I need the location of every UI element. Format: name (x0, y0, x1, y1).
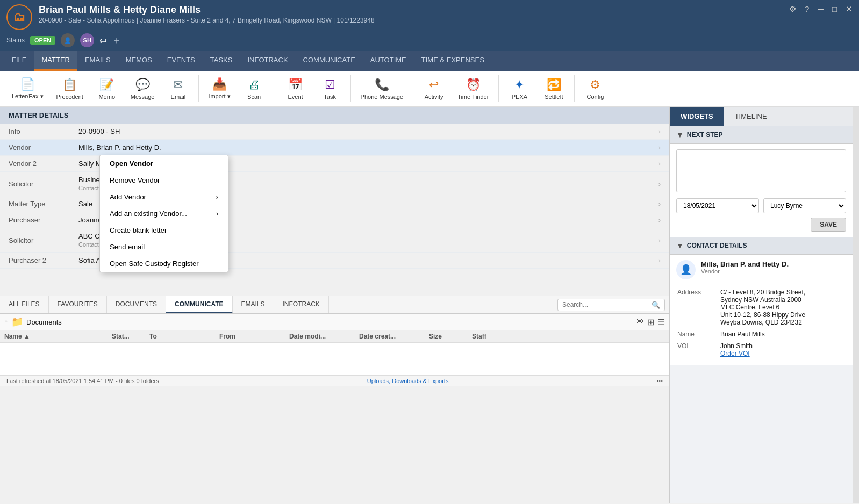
contact-info: Mills, Brian P. and Hetty D. Vendor (701, 260, 789, 275)
toolbar-letter-fax[interactable]: 📄 Letter/Fax ▾ (6, 74, 49, 103)
toolbar-settleit[interactable]: 🔁 SettleIt (538, 75, 570, 103)
upload-link[interactable]: Uploads, Downloads & Exports (367, 378, 449, 384)
row-label-vendor: Vendor (9, 143, 78, 152)
col-header-name[interactable]: Name ▲ (4, 333, 112, 340)
next-step-textarea[interactable] (676, 149, 846, 192)
menu-file[interactable]: FILE (4, 51, 34, 71)
files-rows-empty (0, 343, 669, 375)
voi-value: John Smith Order VOI (716, 341, 845, 359)
minimize-icon[interactable]: ─ (818, 4, 824, 14)
context-menu-add-vendor[interactable]: Add Vendor › (100, 189, 228, 205)
matter-details-header: MATTER DETAILS (0, 107, 669, 124)
matter-title: Brian Paul Mills & Hetty Diane Mills (39, 4, 375, 16)
menu-emails[interactable]: EMAILS (77, 51, 118, 71)
context-menu-add-existing-vendor[interactable]: Add an existing Vendor... › (100, 205, 228, 222)
next-step-assignee-select[interactable]: Lucy Byrne (763, 198, 846, 213)
toolbar-sep5 (498, 75, 499, 102)
toolbar-email[interactable]: ✉ Email (162, 75, 194, 103)
menu-time-expenses[interactable]: TIME & EXPENSES (414, 51, 492, 71)
menu-communicate[interactable]: COMMUNICATE (296, 51, 363, 71)
toolbar-scan[interactable]: 🖨 Scan (238, 75, 270, 103)
menu-infotrack[interactable]: INFOTRACK (240, 51, 295, 71)
next-step-date-select[interactable]: 18/05/2021 (676, 198, 759, 213)
address-value: C/ - Level 8, 20 Bridge Street, Sydney N… (716, 287, 845, 328)
next-step-save-button[interactable]: SAVE (811, 218, 846, 232)
import-icon: 📥 (212, 77, 227, 91)
files-tab-emails[interactable]: EMAILS (233, 296, 274, 313)
eye-view-button[interactable]: 👁 (635, 317, 644, 327)
toolbar-phone-message[interactable]: 📞 Phone Message (355, 75, 409, 103)
toolbar-task[interactable]: ☑ Task (314, 75, 346, 103)
chevron-info: › (658, 127, 661, 135)
menu-autotime[interactable]: AUTOTIME (363, 51, 414, 71)
toolbar-time-finder[interactable]: ⏰ Time Finder (452, 75, 494, 103)
right-scrollbar[interactable] (853, 107, 859, 503)
files-tab-infotrack[interactable]: INFOTRACK (274, 296, 329, 313)
col-header-from[interactable]: From (219, 333, 289, 340)
files-tab-documents[interactable]: DOCUMENTS (107, 296, 166, 313)
col-header-staff[interactable]: Staff (472, 333, 665, 340)
avatar-sh[interactable]: SH (80, 33, 94, 47)
app-logo: 🗂 (6, 4, 32, 30)
files-tab-communicate[interactable]: COMMUNICATE (166, 296, 232, 313)
toolbar-import[interactable]: 📥 Import ▾ (203, 74, 235, 103)
context-menu-create-blank-letter[interactable]: Create blank letter (100, 222, 228, 239)
task-icon: ☑ (325, 78, 335, 92)
main-layout: MATTER DETAILS Info 20-0900 - SH › Vendo… (0, 107, 859, 503)
context-menu-remove-vendor[interactable]: Remove Vendor (100, 172, 228, 189)
toolbar-pexa[interactable]: ✦ PEXA (503, 75, 535, 103)
matter-row-info[interactable]: Info 20-0900 - SH › (0, 124, 669, 140)
more-icon[interactable]: ••• (656, 378, 663, 384)
toolbar: 📄 Letter/Fax ▾ 📋 Precedent 📝 Memo 💬 Mess… (0, 71, 859, 107)
matter-row-vendor[interactable]: Vendor Mills, Brian P. and Hetty D. › (0, 140, 669, 156)
toolbar-event[interactable]: 📅 Event (280, 75, 312, 103)
right-panel-tabs: WIDGETS TIMELINE (670, 107, 853, 126)
list-view-button[interactable]: ☰ (657, 317, 665, 327)
matter-subtitle: 20-0900 - Sale - Sofia Appolinous | Joan… (39, 17, 375, 24)
col-header-to[interactable]: To (149, 333, 219, 340)
next-step-header: ▼ NEXT STEP (670, 126, 853, 144)
status-badge[interactable]: OPEN (30, 36, 55, 45)
menu-events[interactable]: EVENTS (160, 51, 203, 71)
row-label-purchaser: Purchaser (9, 216, 78, 224)
title-bar: ⚙ ? ─ □ ✕ 🗂 Brian Paul Mills & Hetty Dia… (0, 0, 859, 51)
context-menu-open-safe-custody[interactable]: Open Safe Custody Register (100, 255, 228, 272)
collapse-contact-details-icon[interactable]: ▼ (676, 241, 684, 250)
toolbar-message[interactable]: 💬 Message (125, 75, 160, 103)
submenu-arrow-add: › (216, 193, 218, 201)
col-header-date-create[interactable]: Date creat... (359, 333, 429, 340)
avatar-user1[interactable]: 👤 (61, 33, 75, 47)
contact-details-header: ▼ CONTACT DETAILS (670, 237, 853, 255)
toolbar-activity[interactable]: ↩ Activity (418, 75, 450, 103)
toolbar-precedent[interactable]: 📋 Precedent (51, 75, 89, 103)
col-header-date-mod[interactable]: Date modi... (289, 333, 359, 340)
contact-row-address: Address C/ - Level 8, 20 Bridge Street, … (677, 287, 845, 328)
grid-view-button[interactable]: ⊞ (647, 317, 654, 327)
menu-memos[interactable]: MEMOS (118, 51, 160, 71)
context-menu-open-vendor[interactable]: Open Vendor (100, 155, 228, 172)
right-tab-timeline[interactable]: TIMELINE (724, 107, 778, 126)
search-input[interactable] (562, 301, 652, 308)
close-icon[interactable]: ✕ (846, 4, 853, 14)
navigate-up-button[interactable]: ↑ (4, 318, 8, 326)
col-header-size[interactable]: Size (429, 333, 472, 340)
toolbar-config[interactable]: ⚙ Config (579, 75, 611, 103)
files-tab-all[interactable]: ALL FILES (0, 296, 49, 313)
contact-details-title: CONTACT DETAILS (687, 242, 747, 249)
context-menu-send-email[interactable]: Send email (100, 239, 228, 255)
letter-fax-label: Letter/Fax ▾ (12, 93, 44, 100)
settings-icon[interactable]: ⚙ (789, 4, 796, 14)
files-tab-favourites[interactable]: FAVOURITES (49, 296, 107, 313)
menu-tasks[interactable]: TASKS (203, 51, 240, 71)
add-button[interactable]: ＋ (112, 34, 121, 47)
maximize-icon[interactable]: □ (832, 4, 837, 14)
order-voi-link[interactable]: Order VOI (720, 350, 750, 357)
help-icon[interactable]: ? (805, 4, 809, 14)
collapse-next-step-icon[interactable]: ▼ (676, 131, 684, 139)
window-controls[interactable]: ⚙ ? ─ □ ✕ (789, 4, 853, 14)
menu-matter[interactable]: MATTER (34, 51, 77, 71)
memo-label: Memo (98, 93, 115, 100)
toolbar-memo[interactable]: 📝 Memo (91, 75, 123, 103)
right-tab-widgets[interactable]: WIDGETS (670, 107, 724, 126)
col-header-stat[interactable]: Stat... (112, 333, 149, 340)
